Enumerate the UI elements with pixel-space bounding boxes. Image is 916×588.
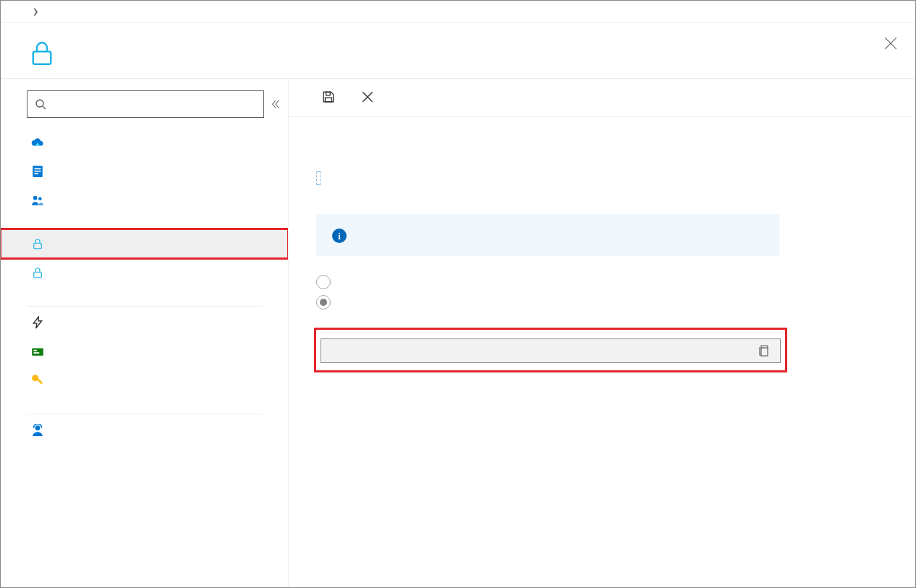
current-key-section <box>316 330 785 370</box>
current-key-field <box>321 338 781 363</box>
lock-icon <box>27 38 57 68</box>
svg-point-17 <box>32 375 38 381</box>
sidebar-item-access-control[interactable] <box>1 186 288 215</box>
svg-rect-8 <box>35 173 39 174</box>
sidebar-item-device-details[interactable] <box>1 366 288 395</box>
svg-point-19 <box>35 425 41 430</box>
radio-icon <box>316 275 331 289</box>
order-details-icon <box>31 345 44 358</box>
activity-log-icon <box>31 165 44 178</box>
svg-point-10 <box>38 197 42 201</box>
lock-icon <box>31 237 44 250</box>
svg-rect-14 <box>32 349 43 356</box>
info-box: i <box>316 214 779 256</box>
svg-rect-12 <box>34 272 42 278</box>
encryption-description <box>316 149 779 188</box>
page-header <box>1 23 915 79</box>
lock-icon <box>31 266 44 279</box>
svg-line-4 <box>43 106 46 109</box>
svg-rect-18 <box>37 378 43 384</box>
sidebar-item-quickstart[interactable] <box>1 308 288 337</box>
svg-rect-11 <box>34 243 42 249</box>
save-icon <box>322 90 335 103</box>
svg-rect-7 <box>35 171 41 172</box>
sidebar <box>1 79 289 586</box>
people-icon <box>31 194 44 207</box>
key-icon <box>31 374 44 387</box>
svg-rect-16 <box>33 352 39 354</box>
sidebar-item-locks[interactable] <box>1 258 288 287</box>
sidebar-item-overview[interactable] <box>1 128 288 157</box>
svg-rect-0 <box>33 51 51 64</box>
svg-rect-20 <box>326 92 331 95</box>
sidebar-item-order-details[interactable] <box>1 337 288 366</box>
toolbar <box>289 79 915 117</box>
svg-marker-13 <box>33 317 41 328</box>
sidebar-item-activity-log[interactable] <box>1 157 288 186</box>
radio-customer-managed[interactable] <box>316 295 891 310</box>
sidebar-search-input[interactable] <box>52 98 256 111</box>
support-person-icon <box>31 424 44 437</box>
collapse-sidebar-button[interactable] <box>270 97 281 111</box>
sidebar-group-support <box>27 409 262 414</box>
radio-icon <box>316 295 331 310</box>
discard-button[interactable] <box>355 88 386 106</box>
svg-point-3 <box>36 100 43 107</box>
svg-point-9 <box>33 196 38 200</box>
sidebar-group-general <box>27 302 262 307</box>
sidebar-item-encryption[interactable] <box>1 229 288 258</box>
save-button[interactable] <box>316 88 347 106</box>
svg-rect-6 <box>35 169 41 170</box>
sidebar-search[interactable] <box>27 90 264 118</box>
learn-more-link[interactable] <box>316 171 321 185</box>
radio-microsoft-managed[interactable] <box>316 275 891 289</box>
info-icon: i <box>332 229 347 243</box>
cloud-icon <box>31 136 44 149</box>
svg-rect-24 <box>761 348 768 356</box>
svg-rect-15 <box>33 350 37 351</box>
lightning-icon <box>31 316 44 329</box>
svg-rect-21 <box>326 98 332 102</box>
copy-button[interactable] <box>758 345 776 357</box>
chevron-right-icon: ❯ <box>33 7 38 15</box>
breadcrumb: ❯ <box>1 1 915 23</box>
close-icon <box>361 90 374 103</box>
search-icon <box>35 98 46 110</box>
sidebar-item-new-support-request[interactable] <box>1 416 288 445</box>
close-button[interactable] <box>881 33 901 54</box>
